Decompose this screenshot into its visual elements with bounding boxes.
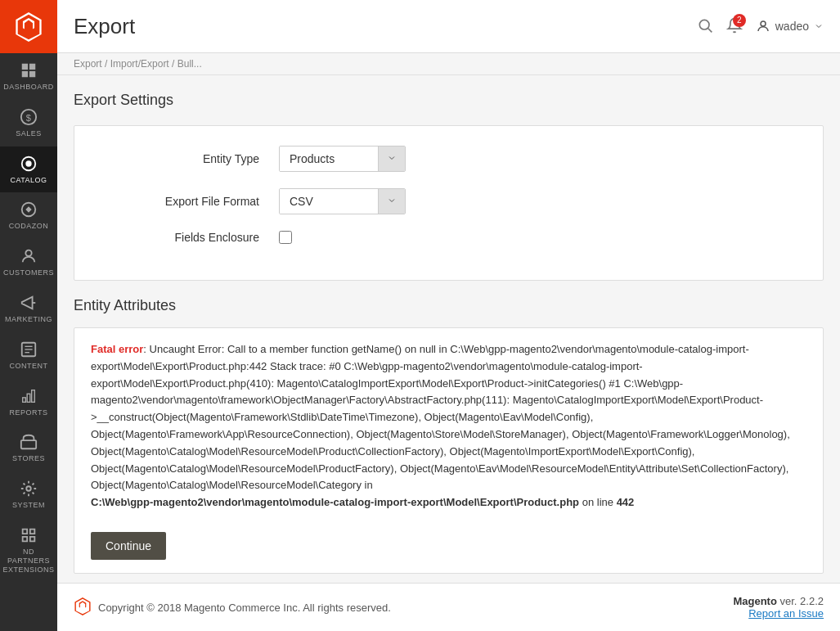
svg-text:$: $ [26, 112, 32, 122]
export-file-format-select-wrapper[interactable]: CSV [279, 188, 406, 214]
sidebar-item-sales[interactable]: $ SALES [0, 100, 57, 146]
chevron-down-icon [814, 21, 824, 31]
sidebar-stores-label: STORES [12, 454, 45, 463]
fields-enclosure-row: Fields Enclosure [99, 231, 798, 244]
sidebar-item-system[interactable]: SYSTEM [0, 471, 57, 518]
search-icon [697, 17, 713, 34]
sidebar-content-label: CONTENT [10, 362, 48, 371]
svg-rect-16 [27, 394, 30, 402]
breadcrumb: Export / Import/Export / Bull... [57, 53, 840, 75]
sidebar-item-dashboard[interactable]: DASHBOARD [0, 53, 57, 100]
user-icon [756, 19, 770, 34]
svg-rect-2 [22, 71, 28, 77]
sidebar-item-codazon[interactable]: CODAZON [0, 192, 57, 239]
sidebar-sales-label: SALES [16, 129, 42, 138]
sidebar-item-stores[interactable]: STORES [0, 425, 57, 471]
page-header: Export 2 wadeo [57, 0, 840, 53]
marketing-icon [20, 294, 38, 312]
footer-magento-label: Magento [733, 595, 776, 607]
svg-rect-18 [21, 441, 36, 449]
svg-rect-0 [22, 64, 28, 70]
sidebar: DASHBOARD $ SALES CATALOG CODAZON CUSTOM… [0, 0, 57, 631]
page-footer: Copyright © 2018 Magento Commerce Inc. A… [57, 583, 840, 631]
extensions-icon [20, 526, 38, 544]
svg-point-20 [699, 20, 709, 29]
svg-point-9 [25, 250, 31, 256]
header-actions: 2 wadeo [697, 17, 824, 36]
export-file-format-label: Export File Format [99, 195, 279, 208]
customers-icon [20, 247, 38, 265]
fields-enclosure-checkbox[interactable] [279, 231, 292, 244]
notification-button[interactable]: 2 [726, 17, 743, 36]
fields-enclosure-control [279, 231, 292, 244]
footer-version: ver. 2.2.2 [780, 595, 824, 607]
fields-enclosure-label: Fields Enclosure [99, 231, 279, 244]
catalog-icon [20, 155, 38, 173]
sidebar-item-extensions[interactable]: ND PARTNERS EXTENSIONS [0, 518, 57, 582]
sidebar-item-customers[interactable]: CUSTOMERS [0, 239, 57, 286]
entity-type-select-wrapper[interactable]: Products [279, 146, 406, 172]
magento-logo-icon [14, 12, 43, 42]
error-file-path: C:\Web\gpp-magento2\vendor\magento\modul… [91, 496, 579, 508]
sidebar-item-reports[interactable]: REPORTS [0, 379, 57, 426]
sidebar-dashboard-label: DASHBOARD [3, 83, 54, 92]
export-file-format-row: Export File Format CSV [99, 188, 798, 214]
stores-icon [20, 433, 38, 451]
footer-magento-icon [74, 597, 92, 615]
sidebar-customers-label: CUSTOMERS [3, 268, 54, 277]
error-box: Fatal error: Uncaught Error: Call to a m… [74, 327, 824, 574]
error-message-text: : Uncaught Error: Call to a member funct… [91, 343, 790, 491]
content-icon [20, 340, 38, 358]
sidebar-marketing-label: MARKETING [5, 315, 52, 324]
svg-point-19 [26, 486, 31, 491]
sidebar-extensions-label: ND PARTNERS EXTENSIONS [3, 548, 55, 574]
svg-rect-15 [23, 397, 26, 402]
sidebar-system-label: SYSTEM [12, 501, 45, 510]
export-settings-panel: Entity Type Products Export File Format [74, 125, 824, 281]
page-title: Export [74, 14, 135, 39]
entity-type-value: Products [280, 146, 378, 171]
svg-rect-17 [32, 390, 35, 402]
user-name: wadeo [775, 20, 809, 33]
export-settings-title: Export Settings [74, 92, 824, 109]
error-label: Fatal error [91, 343, 143, 355]
continue-button[interactable]: Continue [91, 532, 166, 560]
svg-line-21 [707, 28, 712, 32]
sidebar-item-content[interactable]: CONTENT [0, 332, 57, 379]
magento-logo[interactable] [0, 0, 57, 53]
main-area: Export 2 wadeo [57, 0, 840, 631]
sales-icon: $ [20, 108, 38, 126]
entity-type-control: Products [279, 146, 406, 172]
export-file-format-dropdown-btn[interactable] [378, 189, 405, 214]
error-message: Fatal error: Uncaught Error: Call to a m… [91, 341, 806, 512]
footer-left: Copyright © 2018 Magento Commerce Inc. A… [74, 597, 391, 618]
export-format-chevron-icon [387, 196, 397, 205]
error-line-number: 442 [617, 496, 635, 508]
entity-attributes-title: Entity Attributes [74, 297, 824, 314]
search-button[interactable] [697, 17, 713, 36]
footer-copyright: Copyright © 2018 Magento Commerce Inc. A… [98, 602, 391, 614]
export-file-format-value: CSV [280, 189, 378, 214]
user-menu-button[interactable]: wadeo [756, 19, 824, 34]
system-icon [20, 480, 38, 498]
codazon-icon [20, 201, 38, 219]
sidebar-reports-label: REPORTS [10, 408, 48, 417]
dashboard-icon [20, 61, 38, 79]
entity-type-chevron-icon [387, 153, 397, 163]
svg-rect-1 [29, 64, 35, 70]
sidebar-catalog-label: CATALOG [10, 176, 47, 185]
error-on-line-text: on line [582, 496, 613, 508]
entity-type-row: Entity Type Products [99, 146, 798, 172]
reports-icon [20, 387, 38, 405]
entity-type-dropdown-btn[interactable] [378, 146, 405, 171]
report-issue-link[interactable]: Report an Issue [748, 607, 824, 620]
sidebar-item-marketing[interactable]: MARKETING [0, 286, 57, 332]
footer-logo-icon [74, 597, 92, 618]
main-content: Export Settings Entity Type Products [57, 75, 840, 583]
notification-badge: 2 [733, 14, 746, 27]
svg-rect-3 [29, 71, 35, 77]
breadcrumb-text: Export / Import/Export / Bull... [74, 58, 202, 70]
svg-point-22 [761, 21, 766, 26]
sidebar-item-catalog[interactable]: CATALOG [0, 146, 57, 193]
export-file-format-control: CSV [279, 188, 406, 214]
